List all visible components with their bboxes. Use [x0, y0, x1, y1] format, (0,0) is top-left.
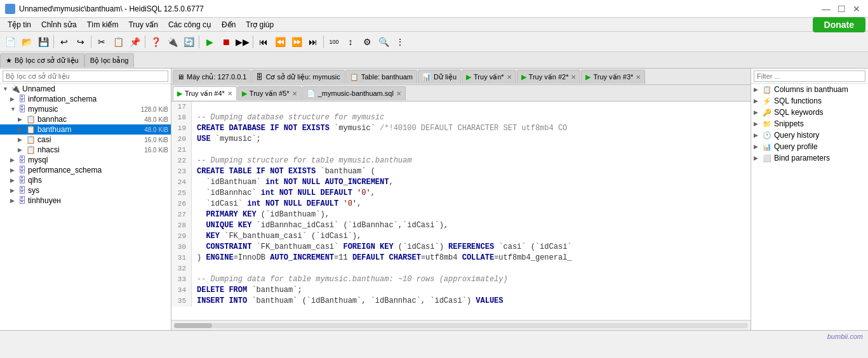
- toolbar-copy[interactable]: 📋: [110, 34, 126, 50]
- tab-query2-close[interactable]: ✕: [571, 74, 576, 81]
- minimize-button[interactable]: —: [820, 3, 832, 15]
- tab-data[interactable]: 📊 Dữ liệu: [418, 70, 461, 84]
- tree-item-casi[interactable]: ▶ 📋 casi 16.0 KiB: [0, 135, 171, 145]
- right-filter-input[interactable]: [754, 70, 865, 82]
- expand-icon: ▶: [754, 86, 760, 93]
- code-editor[interactable]: 17 18 -- Dumping database structure for …: [171, 102, 751, 320]
- toolbar-run[interactable]: ▶: [202, 34, 217, 50]
- toolbar-connect[interactable]: 🔌: [164, 34, 180, 50]
- toolbar-filter[interactable]: ⚙: [359, 34, 375, 50]
- donate-button[interactable]: Donate: [813, 17, 865, 32]
- tree-label-performance-schema: performance_schema: [28, 166, 102, 175]
- toolbar-extra[interactable]: ⋮: [392, 34, 408, 50]
- toolbar-prev[interactable]: ⏪: [272, 34, 288, 50]
- star-icon: ★: [6, 56, 12, 65]
- tree-label-tinhhuyеn: tinhhuyен: [28, 196, 61, 205]
- tree-label-bannhac: bannhac: [37, 115, 67, 124]
- toolbar-sort[interactable]: ↕: [343, 34, 358, 50]
- tab-sqlfile[interactable]: 📄 _mymusic-banthuam.sql ✕: [302, 86, 406, 100]
- tree-item-mymusic[interactable]: ▼ 🗄 mymusic 128.0 KiB: [0, 104, 171, 114]
- tab-server[interactable]: 🖥 Máy chủ: 127.0.0.1: [173, 70, 251, 84]
- menu-bar: Tệp tin Chỉnh sửa Tìm kiếm Truy vấn Các …: [0, 18, 868, 32]
- menu-goto[interactable]: Đến: [217, 19, 241, 30]
- separator-4: [199, 36, 199, 48]
- tab-query5-close[interactable]: ✕: [292, 90, 297, 97]
- toolbar-cut[interactable]: ✂: [94, 34, 109, 50]
- tree-item-sys[interactable]: ▶ 🗄 sys: [0, 185, 171, 196]
- toolbar-save[interactable]: 💾: [36, 34, 51, 50]
- tree-item-unnamed[interactable]: ▼ 🔌 Unnamed: [0, 84, 171, 94]
- tab-table-filter[interactable]: Bộ lọc bảng: [84, 53, 135, 67]
- tree-item-mysql[interactable]: ▶ 🗄 mysql: [0, 155, 171, 165]
- toolbar-redo[interactable]: ↪: [73, 34, 88, 50]
- tree-item-qlhs[interactable]: ▶ 🗄 qlhs: [0, 175, 171, 185]
- tab-query4-close[interactable]: ✕: [227, 90, 232, 97]
- right-item-columns[interactable]: ▶ 📋 Columns in banthuam: [751, 84, 868, 95]
- keywords-icon: 🔑: [763, 109, 771, 117]
- toolbar-find[interactable]: 🔍: [376, 34, 391, 50]
- toolbar-paste[interactable]: 📌: [127, 34, 142, 50]
- tab-table[interactable]: 📋 Table: banthuam: [345, 70, 417, 84]
- right-item-sql-keywords[interactable]: ▶ 🔑 SQL keywords: [751, 107, 868, 118]
- menu-search[interactable]: Tìm kiếm: [82, 19, 124, 30]
- tab-query4[interactable]: ▶ Truy vấn #4* ✕: [173, 86, 237, 100]
- tab-query1[interactable]: ▶ Truy vấn* ✕: [462, 70, 516, 84]
- tab-query3-close[interactable]: ✕: [636, 74, 641, 81]
- tab-query1-close[interactable]: ✕: [507, 74, 512, 81]
- menu-query[interactable]: Truy vấn: [123, 19, 163, 30]
- query2-icon: ▶: [521, 73, 526, 81]
- right-item-snippets[interactable]: ▶ 📁 Snippets: [751, 118, 868, 129]
- toolbar-open[interactable]: 📂: [19, 34, 34, 50]
- db-icon: 🗄: [18, 176, 26, 185]
- toolbar-refresh[interactable]: 🔄: [181, 34, 196, 50]
- menu-tools[interactable]: Các công cụ: [163, 19, 217, 30]
- right-item-query-profile[interactable]: ▶ 📊 Query profile: [751, 141, 868, 152]
- tree-item-nhacsi[interactable]: ▶ 📋 nhacsi 16.0 KiB: [0, 145, 171, 155]
- profile-icon: 📊: [763, 143, 771, 151]
- maximize-button[interactable]: ☐: [835, 3, 848, 15]
- toolbar-100[interactable]: 100: [326, 34, 342, 50]
- code-line-18: 18 -- Dumping database structure for mym…: [171, 112, 751, 123]
- code-line-19: 19 CREATE DATABASE IF NOT EXISTS `mymusi…: [171, 123, 751, 134]
- tree-item-banthuam[interactable]: ▶ 📋 banthuam 48.0 KiB: [0, 124, 171, 135]
- toolbar-next[interactable]: ⏩: [289, 34, 304, 50]
- toolbar-first[interactable]: ⏮: [256, 34, 271, 50]
- toolbar-last[interactable]: ⏭: [305, 34, 321, 50]
- menu-file[interactable]: Tệp tin: [3, 19, 36, 30]
- tree-label-qlhs: qlhs: [28, 176, 42, 185]
- code-line-30: 30 CONSTRAINT `FK_banthuam_casi` FOREIGN…: [171, 242, 751, 253]
- h-scrollbar[interactable]: [171, 320, 751, 330]
- toolbar-run-sel[interactable]: ▶▶: [235, 34, 250, 50]
- table-tab-icon: 📋: [350, 73, 359, 81]
- tab-query5[interactable]: ▶ Truy vấn #5* ✕: [237, 86, 302, 100]
- query4-icon: ▶: [177, 90, 182, 98]
- tab-sqlfile-close[interactable]: ✕: [396, 90, 401, 97]
- close-button[interactable]: ✕: [850, 3, 863, 15]
- tab-query2[interactable]: ▶ Truy vấn #2* ✕: [517, 70, 581, 84]
- tree-item-information-schema[interactable]: ▶ 🗄 information_schema: [0, 94, 171, 104]
- tree-badge-bannhac: 48.0 KiB: [144, 116, 168, 123]
- toolbar-help[interactable]: ❓: [148, 34, 163, 50]
- db-filter-input[interactable]: [3, 70, 168, 82]
- code-line-26: 26 `idCasi` int NOT NULL DEFAULT '0',: [171, 199, 751, 209]
- tree-label-mymusic: mymusic: [28, 105, 58, 114]
- tab-db-filter[interactable]: ★ Bộ lọc cơ sở dữ liệu: [0, 53, 84, 67]
- history-icon: 🕐: [763, 131, 771, 140]
- right-item-query-history[interactable]: ▶ 🕐 Query history: [751, 129, 868, 141]
- toolbar-new[interactable]: 📄: [3, 34, 18, 50]
- toolbar-stop[interactable]: ⏹: [218, 34, 234, 50]
- tree-item-performance-schema[interactable]: ▶ 🗄 performance_schema: [0, 165, 171, 175]
- menu-edit[interactable]: Chỉnh sửa: [36, 19, 82, 30]
- tree-label-unnamed: Unnamed: [22, 84, 55, 93]
- toolbar-undo[interactable]: ↩: [57, 34, 72, 50]
- tab-query3[interactable]: ▶ Truy vấn #3* ✕: [581, 70, 645, 84]
- expand-icon: ▶: [754, 132, 760, 138]
- tab-database[interactable]: 🗄 Cơ sở dữ liệu: mymusic: [251, 70, 344, 84]
- expand-icon: ▼: [3, 86, 9, 92]
- right-item-bind-parameters[interactable]: ▶ ⬜ Bind parameters: [751, 152, 868, 164]
- right-item-sql-functions[interactable]: ▶ ⚡ SQL functions: [751, 95, 868, 107]
- sqlfile-icon: 📄: [307, 90, 316, 98]
- tree-item-tinhhuyеn[interactable]: ▶ 🗄 tinhhuyен: [0, 196, 171, 206]
- menu-help[interactable]: Trợ giúp: [241, 19, 279, 30]
- tree-item-bannhac[interactable]: ▶ 📋 bannhac 48.0 KiB: [0, 114, 171, 124]
